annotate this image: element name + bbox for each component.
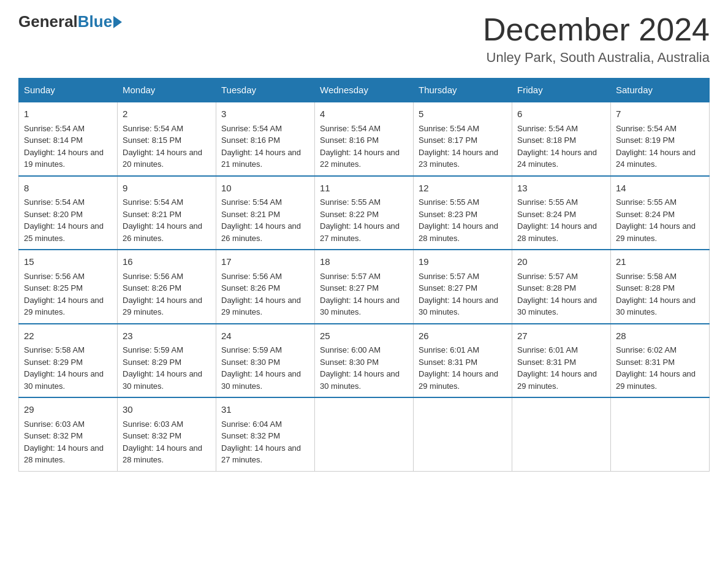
day-number: 3 (221, 107, 309, 121)
day-number: 12 (419, 182, 507, 196)
day-info: Sunrise: 5:56 AMSunset: 8:25 PMDaylight:… (24, 272, 104, 317)
day-info: Sunrise: 6:03 AMSunset: 8:32 PMDaylight:… (123, 419, 202, 465)
month-title: December 2024 (483, 12, 710, 47)
day-number: 25 (320, 329, 408, 343)
calendar-cell: 6 Sunrise: 5:54 AMSunset: 8:18 PMDayligh… (512, 102, 611, 176)
calendar-cell: 11 Sunrise: 5:55 AMSunset: 8:22 PMDaylig… (315, 176, 414, 250)
calendar-cell: 4 Sunrise: 5:54 AMSunset: 8:16 PMDayligh… (315, 102, 414, 176)
weekday-header-tuesday: Tuesday (216, 79, 315, 102)
day-info: Sunrise: 5:58 AMSunset: 8:29 PMDaylight:… (24, 345, 104, 391)
calendar-cell: 3 Sunrise: 5:54 AMSunset: 8:16 PMDayligh… (216, 102, 315, 176)
day-number: 10 (221, 182, 309, 196)
day-number: 19 (419, 255, 507, 269)
calendar-cell: 9 Sunrise: 5:54 AMSunset: 8:21 PMDayligh… (118, 176, 216, 250)
day-number: 23 (123, 329, 211, 343)
title-section: December 2024 Unley Park, South Australi… (483, 12, 710, 66)
day-info: Sunrise: 5:54 AMSunset: 8:15 PMDaylight:… (123, 124, 202, 169)
day-number: 16 (123, 255, 211, 269)
day-info: Sunrise: 5:59 AMSunset: 8:30 PMDaylight:… (221, 345, 301, 391)
calendar-cell: 12 Sunrise: 5:55 AMSunset: 8:23 PMDaylig… (414, 176, 512, 250)
day-number: 21 (616, 255, 704, 269)
day-info: Sunrise: 5:55 AMSunset: 8:24 PMDaylight:… (616, 197, 696, 243)
day-number: 26 (419, 329, 507, 343)
calendar-cell (512, 397, 611, 471)
day-info: Sunrise: 5:55 AMSunset: 8:22 PMDaylight:… (320, 197, 400, 243)
day-number: 2 (123, 107, 211, 121)
calendar-cell: 16 Sunrise: 5:56 AMSunset: 8:26 PMDaylig… (118, 250, 216, 324)
weekday-header-wednesday: Wednesday (315, 79, 414, 102)
location-subtitle: Unley Park, South Australia, Australia (483, 50, 710, 66)
calendar-cell: 28 Sunrise: 6:02 AMSunset: 8:31 PMDaylig… (611, 324, 710, 398)
calendar-cell: 19 Sunrise: 5:57 AMSunset: 8:27 PMDaylig… (414, 250, 512, 324)
weekday-header-thursday: Thursday (414, 79, 512, 102)
day-info: Sunrise: 6:01 AMSunset: 8:31 PMDaylight:… (419, 345, 498, 391)
day-info: Sunrise: 5:54 AMSunset: 8:16 PMDaylight:… (320, 124, 400, 169)
calendar-cell: 21 Sunrise: 5:58 AMSunset: 8:28 PMDaylig… (611, 250, 710, 324)
day-info: Sunrise: 6:04 AMSunset: 8:32 PMDaylight:… (221, 419, 301, 465)
day-number: 5 (419, 107, 507, 121)
day-number: 8 (24, 182, 112, 196)
weekday-header-sunday: Sunday (19, 79, 118, 102)
calendar-week-row: 29 Sunrise: 6:03 AMSunset: 8:32 PMDaylig… (19, 397, 710, 471)
calendar-week-row: 1 Sunrise: 5:54 AMSunset: 8:14 PMDayligh… (19, 102, 710, 176)
day-number: 22 (24, 329, 112, 343)
calendar-cell: 2 Sunrise: 5:54 AMSunset: 8:15 PMDayligh… (118, 102, 216, 176)
day-info: Sunrise: 5:54 AMSunset: 8:21 PMDaylight:… (123, 197, 202, 243)
day-number: 28 (616, 329, 704, 343)
day-info: Sunrise: 5:55 AMSunset: 8:24 PMDaylight:… (517, 197, 597, 243)
weekday-header-row: SundayMondayTuesdayWednesdayThursdayFrid… (19, 79, 710, 102)
day-info: Sunrise: 5:54 AMSunset: 8:14 PMDaylight:… (24, 124, 104, 169)
calendar-cell: 18 Sunrise: 5:57 AMSunset: 8:27 PMDaylig… (315, 250, 414, 324)
day-number: 7 (616, 107, 704, 121)
day-number: 6 (517, 107, 605, 121)
calendar-cell: 15 Sunrise: 5:56 AMSunset: 8:25 PMDaylig… (19, 250, 118, 324)
day-number: 18 (320, 255, 408, 269)
day-number: 4 (320, 107, 408, 121)
calendar-cell: 14 Sunrise: 5:55 AMSunset: 8:24 PMDaylig… (611, 176, 710, 250)
day-info: Sunrise: 5:54 AMSunset: 8:19 PMDaylight:… (616, 124, 696, 169)
day-number: 9 (123, 182, 211, 196)
day-number: 24 (221, 329, 309, 343)
calendar-cell: 25 Sunrise: 6:00 AMSunset: 8:30 PMDaylig… (315, 324, 414, 398)
day-number: 20 (517, 255, 605, 269)
day-number: 29 (24, 403, 112, 417)
calendar-week-row: 8 Sunrise: 5:54 AMSunset: 8:20 PMDayligh… (19, 176, 710, 250)
calendar-cell: 26 Sunrise: 6:01 AMSunset: 8:31 PMDaylig… (414, 324, 512, 398)
day-number: 11 (320, 182, 408, 196)
calendar-cell: 5 Sunrise: 5:54 AMSunset: 8:17 PMDayligh… (414, 102, 512, 176)
calendar-cell: 8 Sunrise: 5:54 AMSunset: 8:20 PMDayligh… (19, 176, 118, 250)
calendar-cell: 1 Sunrise: 5:54 AMSunset: 8:14 PMDayligh… (19, 102, 118, 176)
day-info: Sunrise: 6:00 AMSunset: 8:30 PMDaylight:… (320, 345, 400, 391)
day-info: Sunrise: 5:54 AMSunset: 8:17 PMDaylight:… (419, 124, 498, 169)
day-info: Sunrise: 5:57 AMSunset: 8:27 PMDaylight:… (320, 272, 400, 317)
day-number: 14 (616, 182, 704, 196)
day-number: 30 (123, 403, 211, 417)
calendar-cell: 20 Sunrise: 5:57 AMSunset: 8:28 PMDaylig… (512, 250, 611, 324)
calendar-week-row: 22 Sunrise: 5:58 AMSunset: 8:29 PMDaylig… (19, 324, 710, 398)
calendar-cell (611, 397, 710, 471)
calendar-week-row: 15 Sunrise: 5:56 AMSunset: 8:25 PMDaylig… (19, 250, 710, 324)
day-info: Sunrise: 5:54 AMSunset: 8:16 PMDaylight:… (221, 124, 301, 169)
calendar-table: SundayMondayTuesdayWednesdayThursdayFrid… (18, 78, 710, 472)
day-number: 17 (221, 255, 309, 269)
day-info: Sunrise: 5:56 AMSunset: 8:26 PMDaylight:… (123, 272, 202, 317)
calendar-cell: 7 Sunrise: 5:54 AMSunset: 8:19 PMDayligh… (611, 102, 710, 176)
logo: General Blue (18, 12, 122, 31)
day-number: 15 (24, 255, 112, 269)
day-info: Sunrise: 5:56 AMSunset: 8:26 PMDaylight:… (221, 272, 301, 317)
day-info: Sunrise: 5:54 AMSunset: 8:20 PMDaylight:… (24, 197, 104, 243)
day-info: Sunrise: 5:55 AMSunset: 8:23 PMDaylight:… (419, 197, 498, 243)
day-info: Sunrise: 5:59 AMSunset: 8:29 PMDaylight:… (123, 345, 202, 391)
calendar-cell (315, 397, 414, 471)
calendar-cell: 29 Sunrise: 6:03 AMSunset: 8:32 PMDaylig… (19, 397, 118, 471)
calendar-cell: 17 Sunrise: 5:56 AMSunset: 8:26 PMDaylig… (216, 250, 315, 324)
day-info: Sunrise: 5:58 AMSunset: 8:28 PMDaylight:… (616, 272, 696, 317)
page-header: General Blue December 2024 Unley Park, S… (18, 12, 710, 66)
weekday-header-saturday: Saturday (611, 79, 710, 102)
logo-general-text: General (18, 12, 78, 31)
calendar-cell: 30 Sunrise: 6:03 AMSunset: 8:32 PMDaylig… (118, 397, 216, 471)
day-info: Sunrise: 5:54 AMSunset: 8:21 PMDaylight:… (221, 197, 301, 243)
day-info: Sunrise: 6:03 AMSunset: 8:32 PMDaylight:… (24, 419, 104, 465)
day-info: Sunrise: 5:54 AMSunset: 8:18 PMDaylight:… (517, 124, 597, 169)
day-number: 13 (517, 182, 605, 196)
